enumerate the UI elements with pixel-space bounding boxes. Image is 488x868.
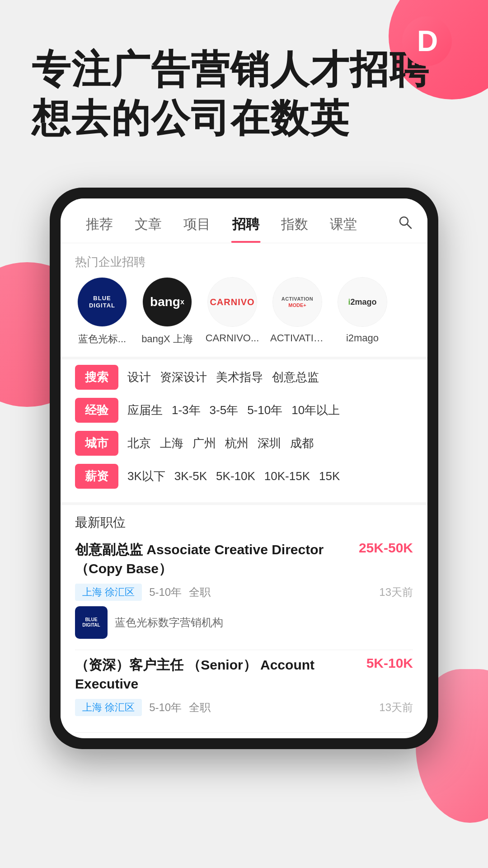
job-title-1: 创意副总监 Associate Creative Director（Copy B… [75, 540, 359, 578]
filter-item-10plus[interactable]: 10年以上 [291, 402, 340, 418]
job-type-1: 全职 [189, 585, 211, 599]
filter-item-3-5[interactable]: 3-5年 [210, 402, 239, 418]
company-name-blue-digital: 蓝色光标... [78, 332, 126, 346]
company-logo-bangx: bangx [142, 277, 192, 327]
job-title-2: （资深）客户主任 （Senior） Account Executive [75, 656, 366, 693]
filter-item-5-10[interactable]: 5-10年 [247, 402, 282, 418]
app-logo-letter: D [417, 24, 437, 58]
filter-row-salary: 薪资 3K以下 3K-5K 5K-10K 10K-15K 15K [75, 464, 413, 489]
phone-inner: 推荐 文章 项目 招聘 指数 课堂 热门企业招聘 [61, 198, 427, 738]
filter-item-hangzhou[interactable]: 杭州 [225, 435, 249, 451]
company-logo-i2mago: i2mago [338, 277, 387, 327]
latest-jobs-section: 最新职位 创意副总监 Associate Creative Director（C… [61, 502, 427, 733]
company-logo-carnivo: CARNIVO [207, 277, 257, 327]
job-experience-2: 5-10年 [149, 700, 182, 715]
company-name-bangx: bangX 上海 [141, 332, 193, 346]
nav-tabs: 推荐 文章 项目 招聘 指数 课堂 [61, 198, 427, 243]
filter-label-search[interactable]: 搜索 [75, 365, 118, 390]
companies-scroll: BLUE DIGITAL 蓝色光标... bangx bangX 上海 [61, 277, 427, 357]
latest-jobs-title: 最新职位 [75, 514, 413, 531]
filter-item-under3k[interactable]: 3K以下 [127, 468, 165, 484]
job-title-row-2: （资深）客户主任 （Senior） Account Executive 5K-1… [75, 656, 413, 693]
filter-section: 搜索 设计 资深设计 美术指导 创意总监 经验 应届生 1-3年 3-5年 5-… [61, 357, 427, 502]
job-salary-2: 5K-10K [366, 656, 413, 671]
filter-item-shanghai[interactable]: 上海 [160, 435, 183, 451]
filter-label-experience[interactable]: 经验 [75, 398, 118, 423]
tab-recommend[interactable]: 推荐 [75, 215, 124, 243]
tab-course[interactable]: 课堂 [319, 215, 368, 243]
job-meta-row-1: 上海 徐汇区 5-10年 全职 13天前 [75, 584, 413, 601]
company-name-carnivo: CARNIVO... [206, 332, 259, 344]
company-item-i2mago[interactable]: i2mago i2mago [335, 277, 389, 346]
job-location-1: 上海 徐汇区 [75, 584, 142, 601]
tab-project[interactable]: 项目 [173, 215, 221, 243]
phone-wrapper: 推荐 文章 项目 招聘 指数 课堂 热门企业招聘 [0, 188, 488, 749]
company-name-activation: ACTIVATIO... [270, 332, 324, 344]
job-type-2: 全职 [189, 700, 211, 715]
filter-label-city[interactable]: 城市 [75, 431, 118, 456]
filter-item-3k-5k[interactable]: 3K-5K [174, 469, 207, 483]
company-logo-activation: ACTIVATION MODE+ [272, 277, 322, 327]
filter-item-art-director[interactable]: 美术指导 [216, 369, 263, 385]
filter-item-1-3[interactable]: 1-3年 [172, 402, 201, 418]
filter-item-fresh[interactable]: 应届生 [127, 402, 163, 418]
filter-label-salary[interactable]: 薪资 [75, 464, 118, 489]
filter-item-chengdu[interactable]: 成都 [290, 435, 314, 451]
company-name-i2mago: i2mago [346, 332, 379, 344]
company-logo-blue-digital: BLUE DIGITAL [77, 277, 127, 327]
filter-item-15kplus[interactable]: 15K [319, 469, 340, 483]
tab-article[interactable]: 文章 [124, 215, 173, 243]
job-experience-1: 5-10年 [149, 585, 182, 599]
filter-item-5k-10k[interactable]: 5K-10K [216, 469, 255, 483]
filter-item-design[interactable]: 设计 [127, 369, 151, 385]
app-logo[interactable]: D [402, 16, 452, 66]
job-meta-row-2: 上海 徐汇区 5-10年 全职 13天前 [75, 699, 413, 716]
tab-jobs[interactable]: 招聘 [221, 215, 270, 243]
tab-index[interactable]: 指数 [270, 215, 319, 243]
company-logo-small-1: BLUE DIGITAL [75, 606, 108, 639]
job-salary-1: 25K-50K [359, 540, 413, 556]
hero-title: 专注广告营销人才招聘 想去的公司在数英 [32, 45, 461, 142]
company-name-text-1: 蓝色光标数字营销机构 [115, 615, 223, 630]
filter-item-guangzhou[interactable]: 广州 [192, 435, 216, 451]
phone-outer: 推荐 文章 项目 招聘 指数 课堂 热门企业招聘 [50, 188, 438, 749]
job-card-2[interactable]: （资深）客户主任 （Senior） Account Executive 5K-1… [75, 656, 413, 733]
job-title-row-1: 创意副总监 Associate Creative Director（Copy B… [75, 540, 413, 578]
filter-item-senior-design[interactable]: 资深设计 [160, 369, 207, 385]
svg-line-1 [407, 224, 411, 228]
hero-line1: 专注广告营销人才招聘 [32, 45, 461, 94]
job-time-2: 13天前 [379, 700, 413, 715]
filter-row-search: 搜索 设计 资深设计 美术指导 创意总监 [75, 365, 413, 390]
job-card-1[interactable]: 创意副总监 Associate Creative Director（Copy B… [75, 540, 413, 650]
company-item-activation[interactable]: ACTIVATION MODE+ ACTIVATIO... [270, 277, 324, 346]
filter-item-creative-director[interactable]: 创意总监 [272, 369, 319, 385]
hero-line2: 想去的公司在数英 [32, 94, 461, 143]
job-time-1: 13天前 [379, 585, 413, 599]
hot-companies-label: 热门企业招聘 [61, 243, 427, 277]
filter-item-beijing[interactable]: 北京 [127, 435, 151, 451]
company-row-1: BLUE DIGITAL 蓝色光标数字营销机构 [75, 606, 413, 639]
filter-item-shenzhen[interactable]: 深圳 [258, 435, 281, 451]
company-item-blue-digital[interactable]: BLUE DIGITAL 蓝色光标... [75, 277, 129, 346]
company-item-bangx[interactable]: bangx bangX 上海 [140, 277, 194, 346]
filter-row-experience: 经验 应届生 1-3年 3-5年 5-10年 10年以上 [75, 398, 413, 423]
filter-item-10k-15k[interactable]: 10K-15K [264, 469, 310, 483]
company-item-carnivo[interactable]: CARNIVO CARNIVO... [205, 277, 259, 346]
job-location-2: 上海 徐汇区 [75, 699, 142, 716]
filter-row-city: 城市 北京 上海 广州 杭州 深圳 成都 [75, 431, 413, 456]
search-icon[interactable] [398, 215, 413, 243]
app-content: 推荐 文章 项目 招聘 指数 课堂 热门企业招聘 [61, 198, 427, 733]
